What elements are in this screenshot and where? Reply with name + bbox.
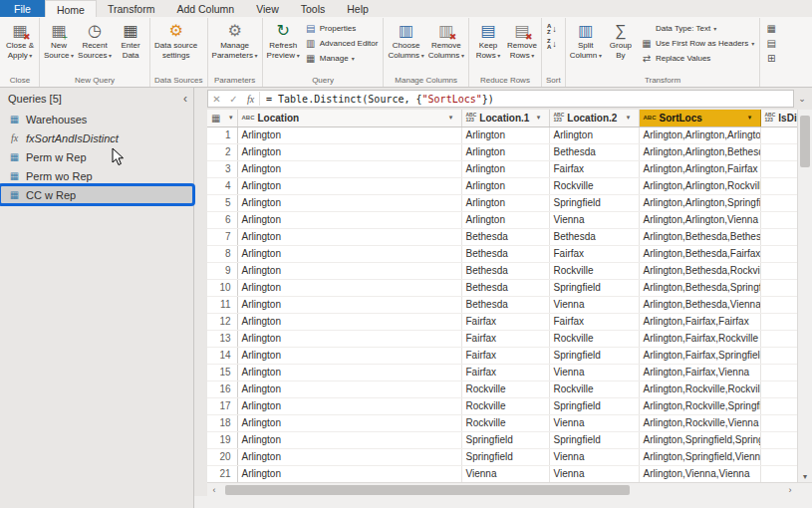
cell[interactable]: Arlington xyxy=(237,414,461,431)
cell[interactable]: Arlington xyxy=(461,194,549,211)
cell[interactable]: Arlington xyxy=(549,127,639,143)
cell[interactable]: Arlington,Springfield,Springfield xyxy=(639,431,760,448)
column-header-location[interactable]: ABCLocation▾ xyxy=(237,110,461,127)
row-number[interactable]: 14 xyxy=(207,347,237,364)
query-item-warehouses[interactable]: ▦Warehouses xyxy=(0,110,193,128)
cell[interactable]: Arlington xyxy=(237,194,461,211)
cell[interactable]: Bethesda xyxy=(461,262,549,279)
cell[interactable]: Arlington xyxy=(237,228,461,245)
cell[interactable]: Arlington,Arlington,Vienna xyxy=(639,211,760,228)
row-number[interactable]: 13 xyxy=(207,330,237,347)
tab-add-column[interactable]: Add Column xyxy=(165,0,245,17)
scroll-down-icon[interactable]: ▾ xyxy=(798,472,812,481)
row-number[interactable]: 18 xyxy=(207,414,237,431)
cell[interactable]: Springfield xyxy=(549,347,639,364)
cell[interactable]: Arlington xyxy=(237,245,461,262)
cell[interactable]: Arlington,Bethesda,Vienna xyxy=(639,296,760,313)
cell[interactable]: Bethesda xyxy=(549,228,639,245)
cell[interactable]: Rockville xyxy=(549,177,639,194)
cell[interactable]: Bethesda xyxy=(461,296,549,313)
cell[interactable]: Arlington xyxy=(461,177,549,194)
cell[interactable]: Fairfax xyxy=(549,245,639,262)
cell[interactable]: Fairfax xyxy=(549,313,639,330)
cell[interactable]: Arlington,Arlington,Arlington xyxy=(639,127,760,143)
cell[interactable]: Vienna xyxy=(549,448,639,465)
remove-columns-button[interactable]: ▥✖Remove Columns ▾ xyxy=(426,19,466,61)
column-header-location-2[interactable]: ABC123Location.2▾ xyxy=(549,110,639,127)
filter-dropdown-icon[interactable]: ▾ xyxy=(744,114,756,122)
use-first-row-as-headers-button[interactable]: ▦Use First Row as Headers▾ xyxy=(638,36,757,51)
column-header-sortlocs[interactable]: ABCSortLocs▾ xyxy=(639,110,760,127)
cell[interactable]: Arlington,Rockville,Springfield xyxy=(639,397,760,414)
formula-input[interactable]: = Table.Distinct(Source, {"SortLocs"}) xyxy=(266,94,494,105)
cell[interactable]: Rockville xyxy=(461,381,549,397)
row-number[interactable]: 21 xyxy=(207,465,237,482)
horizontal-scrollbar-track[interactable] xyxy=(221,483,783,496)
cell[interactable]: Rockville xyxy=(461,397,549,414)
cell[interactable]: Fairfax xyxy=(461,330,549,347)
cell[interactable]: Rockville xyxy=(549,381,639,397)
cell[interactable]: Springfield xyxy=(549,279,639,296)
row-number[interactable]: 1 xyxy=(207,127,237,143)
filter-dropdown-icon[interactable]: ▾ xyxy=(533,114,545,122)
enter-data-button[interactable]: ▦Enter Data xyxy=(114,19,147,61)
cell[interactable]: Arlington,Fairfax,Rockville xyxy=(639,330,760,347)
manage-button[interactable]: ▦Manage▾ xyxy=(302,51,382,66)
cell[interactable]: Arlington xyxy=(237,313,461,330)
cell[interactable]: Vienna xyxy=(461,465,549,482)
cell[interactable]: Arlington,Arlington,Bethesda xyxy=(639,143,760,160)
row-number[interactable]: 5 xyxy=(207,194,237,211)
cell[interactable]: Rockville xyxy=(461,414,549,431)
cell[interactable]: Arlington xyxy=(461,127,549,143)
tab-transform[interactable]: Transform xyxy=(97,0,165,17)
cell[interactable]: Arlington xyxy=(237,397,461,414)
cell[interactable]: Arlington,Fairfax,Springfield xyxy=(639,347,760,364)
cell[interactable]: Bethesda xyxy=(461,245,549,262)
choose-columns-button[interactable]: ▥Choose Columns ▾ xyxy=(386,19,425,61)
row-number[interactable]: 6 xyxy=(207,211,237,228)
new-source-button[interactable]: ▦＋New Source ▾ xyxy=(42,19,76,61)
cell[interactable]: Vienna xyxy=(549,296,639,313)
row-number[interactable]: 15 xyxy=(207,364,237,381)
group-by-button[interactable]: ∑Group By xyxy=(604,19,638,61)
row-number[interactable]: 12 xyxy=(207,313,237,330)
cell[interactable]: Arlington,Fairfax,Vienna xyxy=(639,364,760,381)
filter-dropdown-icon[interactable]: ▾ xyxy=(445,114,457,122)
cell[interactable]: Springfield xyxy=(549,431,639,448)
query-item-fxsortandisdistinct[interactable]: fxfxSortAndIsDistinct xyxy=(0,128,193,147)
vertical-scrollbar[interactable]: ▾ xyxy=(797,110,812,482)
row-number[interactable]: 11 xyxy=(207,296,237,313)
formula-check-icon[interactable]: ✓ xyxy=(225,94,242,105)
replace-values-button[interactable]: ⇄Replace Values xyxy=(638,51,757,66)
cell[interactable]: Springfield xyxy=(461,431,549,448)
close-apply-button[interactable]: ▦✖Close & Apply ▾ xyxy=(3,19,37,61)
cell[interactable]: Arlington xyxy=(237,143,461,160)
row-number[interactable]: 2 xyxy=(207,143,237,160)
cell[interactable]: Arlington xyxy=(237,177,461,194)
cell[interactable]: Arlington xyxy=(461,143,549,160)
cell[interactable]: Springfield xyxy=(549,397,639,414)
cell[interactable]: Arlington,Vienna,Vienna xyxy=(639,465,760,482)
cell[interactable]: Fairfax xyxy=(461,347,549,364)
cell[interactable]: Arlington,Bethesda,Fairfax xyxy=(639,245,760,262)
partial-ribbon-icon-3[interactable]: ⊞ xyxy=(762,51,780,66)
vertical-scrollbar-thumb[interactable] xyxy=(800,116,810,167)
cell[interactable]: Fairfax xyxy=(461,313,549,330)
remove-rows-button[interactable]: ▤✖Remove Rows ▾ xyxy=(505,19,539,61)
cell[interactable]: Arlington,Bethesda,Bethesda xyxy=(639,228,760,245)
row-number[interactable]: 8 xyxy=(207,245,237,262)
cell[interactable]: Arlington xyxy=(237,160,461,177)
cell[interactable]: Bethesda xyxy=(461,279,549,296)
scroll-left-icon[interactable]: ‹ xyxy=(207,483,221,497)
cell[interactable]: Arlington xyxy=(237,330,461,347)
cell[interactable]: Vienna xyxy=(549,414,639,431)
cell[interactable]: Vienna xyxy=(549,465,639,482)
cell[interactable]: Fairfax xyxy=(549,160,639,177)
cell[interactable]: Arlington,Bethesda,Springfield xyxy=(639,279,760,296)
row-number[interactable]: 7 xyxy=(207,228,237,245)
cell[interactable]: Arlington,Springfield,Vienna xyxy=(639,448,760,465)
cell[interactable]: Arlington xyxy=(237,211,461,228)
cell[interactable]: Rockville xyxy=(549,330,639,347)
cell[interactable]: Arlington xyxy=(237,465,461,482)
cell[interactable]: Arlington xyxy=(237,431,461,448)
